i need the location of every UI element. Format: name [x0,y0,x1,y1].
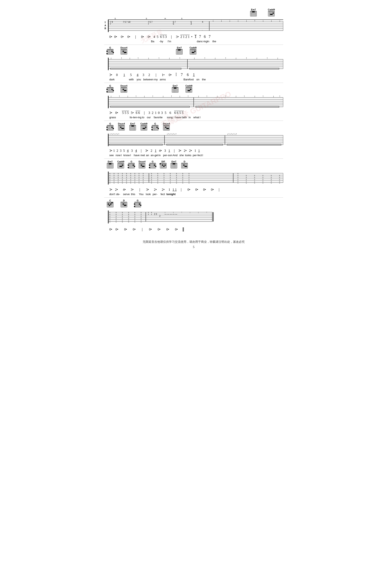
svg-text:↑: ↑ [279,94,281,98]
svg-text:S: S [146,17,147,20]
svg-point-643 [139,203,140,205]
svg-point-401 [142,166,143,167]
svg-text:S: S [114,17,116,20]
svg-point-309 [151,127,153,128]
svg-text:↑: ↑ [179,56,181,60]
svg-point-459 [183,165,185,166]
svg-text:x: x [157,182,158,184]
chord-dsus4-2: Dsus4 x x [120,46,128,55]
svg-point-251 [106,127,108,128]
svg-point-644 [140,205,142,206]
svg-text:x: x [182,182,183,184]
svg-point-386 [128,167,129,168]
svg-point-11 [252,11,253,13]
svg-text:↑: ↑ [206,94,208,98]
chord-df-5: D/F [159,160,167,169]
svg-text:3: 3 [190,23,192,25]
svg-point-311 [158,128,159,129]
svg-text:↑: ↑ [121,56,122,60]
svg-point-430 [162,165,163,166]
svg-point-26 [270,14,271,15]
svg-point-400 [141,165,142,166]
svg-point-295 [145,127,146,128]
lyrics-row-3: grass lis-ten-ing to our favorite song I… [104,116,283,119]
svg-point-252 [111,127,113,128]
svg-point-24 [273,13,274,14]
footer: 无限延音吉他谱仅供学习交流使用，请勿用于商业，转载请注明出处，篡改必究 5 [104,240,283,249]
svg-text:↓: ↓ [190,211,190,213]
svg-text:x: x [109,182,110,184]
svg-text:x: x [151,182,152,184]
svg-text:2 3: 2 3 [154,213,157,215]
svg-text:x: x [128,220,129,223]
notes-row-2: 3• 0 1 5 4 3 2 ｜ 1• 0• î 7 6 1 [104,73,283,77]
svg-text:4: 4 [202,21,203,23]
svg-text:↓↑↓↑↓↑↓↑: ↓↑↓↑↓↑↓↑ [227,132,237,135]
svg-point-207 [189,90,190,91]
section-5: Em7 [104,160,283,196]
svg-point-270 [123,128,124,129]
svg-point-629 [124,205,125,206]
chord-em7-5: Em7 [106,160,114,169]
svg-text:x: x [148,213,149,215]
svg-text:↑: ↑ [225,56,226,60]
chord-cadd9-1: Cadd9 [267,8,275,17]
svg-point-122 [192,52,193,53]
svg-text:↓: ↓ [235,94,237,98]
svg-text:↓: ↓ [110,56,112,60]
svg-point-432 [164,165,166,166]
svg-point-370 [121,166,122,167]
chord-g-2: G [106,46,114,55]
music-page: 无限延音 GUITARPRO 无限延音 Em7 [99,4,284,253]
svg-point-415 [154,165,155,166]
svg-point-269 [121,128,123,129]
svg-point-417 [149,167,150,168]
svg-text:↑: ↑ [267,56,268,60]
svg-text:x: x [254,182,255,184]
lyrics-row-5: don't de- serve this You look per- fect … [104,193,283,196]
svg-text:↑: ↑ [262,94,264,98]
svg-point-25 [271,14,273,15]
svg-text:↓: ↓ [164,211,166,213]
svg-text:↑: ↑ [204,56,205,60]
svg-text:7: 7 [110,23,111,25]
chord-em7-5b: Em7 [170,160,178,169]
svg-text:5: 5 [173,23,174,25]
svg-point-356 [109,163,110,165]
svg-text:↓: ↓ [110,94,112,98]
svg-point-385 [134,166,135,167]
svg-text:↓: ↓ [198,94,199,98]
svg-text:↓: ↓ [262,19,264,22]
svg-point-181 [125,90,126,91]
svg-text:↓↑↓↑↓↑↓↑: ↓↑↓↑↓↑↓↑ [167,132,177,135]
svg-text:↑: ↑ [225,94,226,98]
svg-text:↑: ↑ [119,94,120,98]
svg-point-371 [120,166,121,167]
svg-point-107 [178,49,179,51]
svg-text:x: x [126,182,127,184]
chord-cadd9-4: Cadd9 [140,123,148,131]
svg-text:x: x [170,182,171,184]
lyrics-row-4: see now I know I have met an an-gel in p… [104,154,283,157]
svg-point-165 [106,91,108,93]
chord-c-6: C x [106,199,114,208]
svg-point-180 [124,90,125,91]
svg-text:↓: ↓ [212,19,214,22]
svg-point-613 [109,205,110,206]
svg-point-327 [166,128,168,129]
svg-point-614 [108,203,109,205]
svg-text:.: . [202,29,203,31]
svg-text:x: x [262,182,263,184]
svg-text:↑: ↑ [206,211,207,213]
svg-text:— — — — —: — — — — — [164,213,177,215]
svg-text:H: H [164,17,166,20]
section-4: G [104,123,283,157]
svg-text:↑: ↑ [158,56,160,60]
svg-text:7: 7 [148,23,149,25]
svg-text:x: x [122,220,123,223]
svg-point-162 [106,89,108,90]
svg-text:B: B [105,27,106,30]
svg-text:↓: ↓ [173,211,174,213]
svg-text:x: x [130,182,131,184]
svg-point-369 [122,165,123,166]
